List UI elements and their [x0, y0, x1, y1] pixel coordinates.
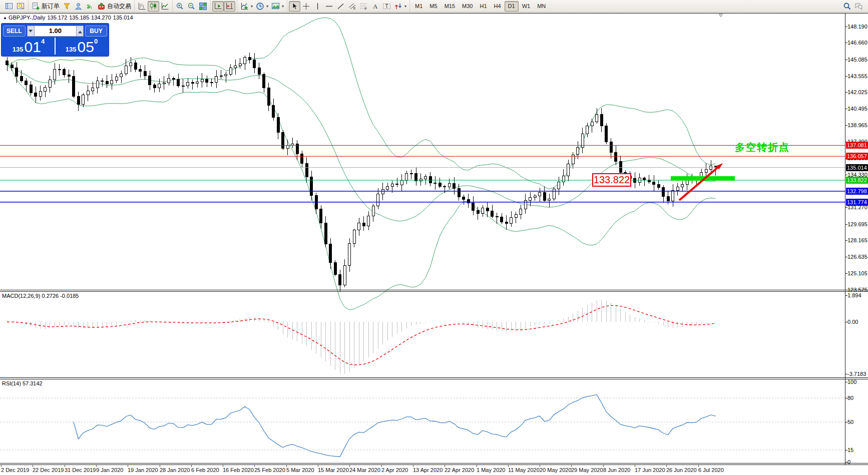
period-h4[interactable]: H4: [491, 1, 505, 12]
chat-button[interactable]: [853, 1, 864, 12]
date-label: 31 Dec 2019: [65, 467, 96, 473]
sell-price-prefix: 135: [13, 46, 24, 53]
period-mn[interactable]: MN: [534, 1, 549, 12]
sell-button[interactable]: SELL: [3, 26, 26, 37]
fibonacci-button[interactable]: F: [358, 1, 369, 12]
navigator-button[interactable]: [15, 1, 27, 12]
bid-price-label: 135.014: [846, 164, 868, 171]
macd-tick-label: 1.894: [847, 292, 861, 299]
buy-price-display[interactable]: 135050: [56, 38, 107, 55]
chart-shift-button[interactable]: [224, 1, 235, 12]
date-label: 11 May 2020: [508, 467, 540, 473]
signals-button[interactable]: [84, 1, 96, 12]
chevron-down-icon: ▾: [282, 4, 284, 9]
channel-button[interactable]: E: [346, 1, 358, 12]
price-callout-box[interactable]: 133.822: [592, 173, 631, 187]
buy-price-pip: 0: [94, 38, 98, 45]
zoom-in-button[interactable]: [174, 1, 186, 12]
triangle-down-icon: [29, 30, 33, 34]
period-d1[interactable]: D1: [505, 1, 519, 12]
window-controls: [2, 0, 28, 12]
price-tick-label: 138.965: [847, 122, 867, 129]
arrows-button[interactable]: ▾: [392, 1, 408, 12]
auto-scroll-button[interactable]: [212, 1, 224, 12]
ohlc-high: 135.185: [69, 15, 89, 21]
volume-increase-button[interactable]: [76, 26, 84, 37]
vertical-line-button[interactable]: [312, 1, 323, 12]
pivot-point-annotation[interactable]: 多空转折点: [735, 141, 790, 154]
bar-chart-icon: [138, 2, 146, 11]
volume-decrease-button[interactable]: [27, 26, 35, 37]
text-button[interactable]: A: [369, 1, 381, 12]
date-label: 16 Feb 2020: [223, 467, 254, 473]
candle-chart-icon: [149, 2, 158, 11]
date-label: 9 Jan 2020: [96, 467, 123, 473]
label-icon: T: [382, 2, 391, 11]
period-d1-label: D1: [508, 3, 515, 9]
timeframes: M1M5M15M30H1H4D1W1MN: [409, 0, 551, 12]
price-divider: [55, 38, 56, 55]
volume-stepper: 1.00: [27, 26, 84, 37]
market-watch-button[interactable]: [4, 1, 15, 12]
chart-canvas[interactable]: [0, 0, 868, 475]
hline-icon: [325, 2, 333, 11]
crosshair-icon: [302, 2, 310, 11]
date-label: 1 May 2020: [477, 467, 505, 473]
bar-chart-button[interactable]: [136, 1, 148, 12]
cursor-button[interactable]: [289, 1, 300, 12]
period-mn-label: MN: [537, 3, 546, 9]
search-icon: [843, 2, 851, 11]
date-label: 22 Dec 2019: [33, 467, 64, 473]
signal-icon: [86, 2, 94, 11]
trade-controls: 新订单自动交易: [28, 0, 134, 12]
sell-price-display[interactable]: 135014: [3, 38, 54, 55]
period-m1-label: M1: [415, 3, 422, 9]
indicators-button[interactable]: ▾: [239, 1, 254, 12]
zoom-out-button[interactable]: [186, 1, 197, 12]
clock-icon: [256, 2, 264, 11]
date-label: 19 Jan 2020: [128, 467, 158, 473]
volume-input[interactable]: 1.00: [35, 26, 76, 37]
rsi-tick-label: 0: [847, 459, 850, 465]
period-m5[interactable]: M5: [426, 1, 441, 12]
support-zone-rectangle[interactable]: [671, 176, 735, 181]
chart-shift-marker-icon[interactable]: [719, 14, 723, 17]
auto-scroll-icon: [214, 2, 222, 11]
templates-button[interactable]: ▾: [270, 1, 285, 12]
new-order-button[interactable]: 新订单: [30, 1, 61, 12]
date-label: 2 Apr 2020: [381, 467, 408, 473]
symbol-marker-icon: ▲: [3, 16, 7, 20]
trendline-button[interactable]: [335, 1, 346, 12]
chart-type: [134, 0, 172, 12]
date-label: 25 Feb 2020: [254, 467, 285, 473]
macd-signal-line: [7, 305, 716, 365]
history-button[interactable]: [61, 1, 73, 12]
chart-tools: ▾▾▾: [237, 0, 287, 12]
label-button[interactable]: T: [381, 1, 392, 12]
date-label: 28 Jan 2020: [160, 467, 190, 473]
crosshair-button[interactable]: [300, 1, 312, 12]
line-chart-button[interactable]: [159, 1, 171, 12]
horizontal-lines[interactable]: [0, 145, 845, 202]
vline-icon: [313, 2, 322, 11]
buy-button[interactable]: BUY: [85, 26, 107, 37]
horizontal-line-button[interactable]: [323, 1, 335, 12]
periods-button[interactable]: ▾: [254, 1, 270, 12]
period-m1[interactable]: M1: [411, 1, 426, 12]
symbol-name: GBPJPY-,Daily: [9, 15, 46, 21]
search-button[interactable]: [841, 1, 853, 12]
period-m15[interactable]: M15: [441, 1, 459, 12]
buy-price-prefix: 135: [66, 46, 77, 53]
date-label: 17 Jun 2020: [635, 467, 665, 473]
candle-chart-button[interactable]: [148, 1, 159, 12]
date-label: 22 Apr 2020: [445, 467, 474, 473]
zoom-controls: [172, 0, 210, 12]
period-m30[interactable]: M30: [459, 1, 476, 12]
period-w1[interactable]: W1: [519, 1, 534, 12]
tile-windows-button[interactable]: [197, 1, 209, 12]
period-h1[interactable]: H1: [476, 1, 490, 12]
trend-arrow[interactable]: [679, 163, 723, 200]
autotrading-button[interactable]: 自动交易: [96, 1, 133, 12]
experts-button[interactable]: [73, 1, 84, 12]
chevron-down-icon: ▾: [404, 4, 406, 9]
